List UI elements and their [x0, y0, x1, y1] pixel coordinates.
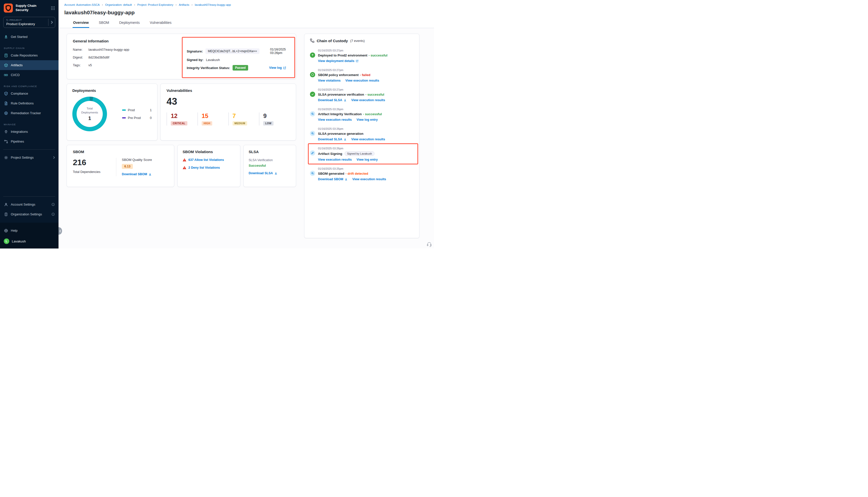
- info-icon[interactable]: [52, 213, 55, 216]
- severity-high: 15 HIGH: [197, 112, 228, 126]
- chevron-left-icon: [59, 230, 61, 232]
- download-icon: [345, 178, 348, 181]
- tab-sbom[interactable]: SBOM: [98, 19, 110, 28]
- support-chat-icon[interactable]: [426, 241, 432, 247]
- download-slsa-link[interactable]: Download SLSA: [318, 138, 347, 141]
- sidebar-item-artifacts[interactable]: Artifacts: [0, 60, 58, 70]
- card-title: General Information: [73, 39, 290, 43]
- view-execution-results-link[interactable]: View execution results: [345, 79, 379, 82]
- allow-list-violations-link[interactable]: 637 Allow list Violations: [188, 158, 224, 162]
- sidebar-item-compliance[interactable]: Compliance: [0, 89, 58, 98]
- sbom-count-label: Total Dependencies: [73, 170, 116, 174]
- integrity-label: Integrity Verification Status:: [187, 66, 230, 70]
- download-sbom-link[interactable]: Download SBOM: [122, 172, 152, 176]
- legend-item-prod: Prod 1: [122, 108, 152, 112]
- chain-of-custody-title: Chain of Custody: [317, 39, 348, 43]
- breadcrumb-current[interactable]: lavakush07/easy-buggy-app: [195, 3, 231, 6]
- signature-field: Signature: MEQCICde2VjIT...bL+2+mqnOXw==…: [187, 48, 290, 55]
- tab-deployments[interactable]: Deployments: [119, 19, 140, 28]
- sidebar-item-account-settings[interactable]: Account Settings: [0, 200, 58, 209]
- sidebar-item-label: Code Repositories: [11, 54, 38, 57]
- integrity-field: Integrity Verification Status: Passed Vi…: [187, 65, 290, 71]
- view-execution-results-link[interactable]: View execution results: [318, 158, 352, 161]
- building-icon: [4, 212, 8, 216]
- sidebar-item-help[interactable]: Help: [0, 226, 58, 236]
- breadcrumb-separator: ›: [176, 3, 177, 6]
- view-deployment-details-link[interactable]: View deployment details: [318, 59, 359, 63]
- info-icon[interactable]: [52, 203, 55, 206]
- breadcrumb-artifacts[interactable]: Artifacts: [179, 3, 190, 6]
- tab-vulnerabilities[interactable]: Vulnerabilities: [149, 19, 172, 28]
- left-column: General Information Name: lavakush07/eas…: [67, 34, 296, 248]
- breadcrumb-project[interactable]: Project: Product Exploratory: [137, 3, 173, 6]
- preprod-legend-swatch: [122, 117, 126, 118]
- view-execution-results-link[interactable]: View execution results: [351, 138, 385, 141]
- tab-overview[interactable]: Overview: [73, 19, 89, 28]
- view-execution-results-link[interactable]: View execution results: [351, 98, 385, 102]
- view-log-entry-link[interactable]: View log entry: [356, 118, 378, 122]
- project-name: Product Exploratory: [6, 22, 48, 26]
- page-title: lavakush07/easy-buggy-app: [64, 10, 427, 16]
- signed-by-field: Signed by: Lavakush: [187, 58, 290, 62]
- severity-medium: 7 MEDIUM: [228, 112, 259, 126]
- project-selector[interactable]: PROJECT Product Exploratory: [3, 17, 55, 28]
- sidebar-item-label: Pipelines: [11, 140, 24, 144]
- event-title: SBOM policy enforcement: [318, 73, 359, 77]
- view-execution-results-link[interactable]: View execution results: [318, 118, 352, 122]
- external-link-icon: [356, 59, 359, 62]
- breadcrumb-account[interactable]: Account: Automation-SSCA: [64, 3, 100, 6]
- event-title: Deployed to Prod2 environment: [318, 54, 367, 57]
- rocket-icon: [4, 34, 8, 39]
- view-violations-link[interactable]: View violations: [318, 79, 340, 82]
- tags-value: v5: [88, 63, 92, 67]
- sidebar-item-integrations[interactable]: Integrations: [0, 127, 58, 137]
- apps-grid-icon[interactable]: [51, 6, 55, 10]
- app-logo[interactable]: [3, 3, 13, 13]
- right-column: Chain of Custody (7 events) 01/16/2025 0…: [304, 34, 419, 248]
- download-icon: [344, 138, 347, 141]
- download-slsa-link[interactable]: Download SLSA: [249, 171, 278, 175]
- sidebar-item-rule-definitions[interactable]: Rule Definitions: [0, 98, 58, 108]
- sidebar-item-organization-settings[interactable]: Organization Settings: [0, 209, 58, 219]
- view-execution-results-link[interactable]: View execution results: [352, 178, 386, 181]
- sidebar-item-pipelines[interactable]: Pipelines: [0, 137, 58, 146]
- download-slsa-link[interactable]: Download SLSA: [318, 98, 347, 102]
- sidebar-item-cicd[interactable]: CI/CD: [0, 70, 58, 80]
- chain-event-slsa-verification: 01/16/2025 03:27pm SLSA provenance verif…: [310, 88, 414, 102]
- breadcrumb: Account: Automation-SSCA › Organization:…: [64, 2, 427, 8]
- sidebar-item-label: Get Started: [11, 35, 27, 39]
- event-timestamp: 01/16/2025 03:26pm: [318, 127, 414, 130]
- link-label: Download SBOM: [318, 178, 343, 181]
- legend-label: Prod: [128, 108, 135, 112]
- event-timestamp: 01/16/2025 03:27pm: [318, 88, 414, 91]
- allow-list-violations-row: 637 Allow list Violations: [183, 158, 235, 162]
- sidebar-item-code-repositories[interactable]: Code Repositories: [0, 51, 58, 60]
- chain-of-custody-icon: [310, 39, 314, 43]
- allow-list-violations-label: 637 Allow list Violations: [188, 158, 224, 162]
- event-title: SBOM generated: [318, 172, 344, 175]
- gear-icon: [4, 155, 8, 160]
- chevron-right-icon[interactable]: [48, 19, 55, 26]
- sidebar-item-remediation-tracker[interactable]: Remediation Tracker: [0, 108, 58, 118]
- user-menu[interactable]: L Lavakush: [0, 236, 58, 246]
- card-title: SBOM Violations: [183, 150, 235, 154]
- sidebar-item-get-started[interactable]: Get Started: [0, 32, 58, 42]
- digest-label: Digest:: [73, 56, 88, 59]
- view-log-entry-link[interactable]: View log entry: [356, 158, 378, 161]
- quality-score-label: SBOM Quality Score: [122, 158, 152, 162]
- deny-list-violations-link[interactable]: 2 Deny list Violations: [188, 166, 220, 169]
- view-log-link[interactable]: View log: [269, 66, 286, 70]
- breadcrumb-organization[interactable]: Organization: default: [105, 3, 132, 6]
- breadcrumb-separator: ›: [134, 3, 135, 6]
- sidebar-divider: [3, 196, 55, 197]
- card-title: SBOM: [73, 150, 168, 154]
- sidebar-item-project-settings[interactable]: Project Settings: [0, 153, 58, 162]
- avatar: L: [4, 239, 9, 244]
- donut-center: Total Deployments 1: [79, 107, 100, 121]
- general-info-fields: Name: lavakush07/easy-buggy-app Digest: …: [73, 48, 172, 71]
- external-link-icon: [283, 66, 286, 70]
- vulnerabilities-card: Vulnerabilities 43 12 CRITICAL 15 HIGH: [160, 84, 296, 141]
- project-selector-text: PROJECT Product Exploratory: [6, 19, 48, 26]
- download-sbom-link[interactable]: Download SBOM: [318, 178, 348, 181]
- card-title: Vulnerabilities: [167, 88, 290, 93]
